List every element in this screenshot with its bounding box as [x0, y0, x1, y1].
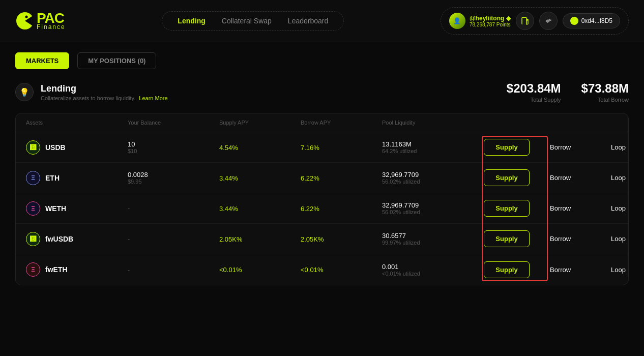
total-supply-label: Total Supply — [507, 97, 561, 103]
nav-collateral-swap[interactable]: Collateral Swap — [222, 17, 272, 25]
liquidity-weth: 32,969.7709 56.02% utilized — [382, 201, 484, 215]
supply-button-weth[interactable]: Supply — [484, 200, 530, 217]
supply-action-fwusdb: Supply — [484, 230, 545, 247]
loop-button-fweth[interactable]: Loop — [606, 262, 629, 278]
asset-cell-fwusdb: 🅱 fwUSDB — [26, 232, 128, 246]
loop-button-weth[interactable]: Loop — [606, 200, 629, 216]
borrow-apy-usdb: 7.16% — [301, 143, 382, 152]
wallet-button[interactable]: 0xd4...f8D5 — [563, 13, 620, 28]
loop-action-fweth: Loop — [606, 262, 629, 278]
loop-button-fwusdb[interactable]: Loop — [606, 231, 629, 247]
asset-cell-eth: Ξ ETH — [26, 171, 128, 185]
tab-positions[interactable]: MY POSITIONS (0) — [77, 52, 156, 69]
usdb-icon: 🅱 — [26, 140, 40, 155]
supply-button-fwusdb[interactable]: Supply — [484, 230, 530, 247]
lending-icon: 💡 — [15, 83, 34, 101]
avatar: 👤 — [449, 13, 465, 29]
borrow-action-usdb: Borrow — [545, 139, 606, 155]
weth-icon: Ξ — [26, 201, 40, 216]
asset-cell-usdb: 🅱 USDB — [26, 140, 128, 155]
nav: Lending Collateral Swap Leaderboard — [162, 11, 344, 31]
borrow-action-fweth: Borrow — [545, 262, 606, 278]
total-borrow-value: $73.88M — [581, 81, 629, 96]
eth-icon: Ξ — [26, 171, 40, 185]
col-supply-apy: Supply APY — [219, 120, 301, 126]
loop-action-usdb: Loop — [606, 139, 629, 155]
main-content: MARKETS MY POSITIONS (0) 💡 Lending Colla… — [0, 42, 644, 295]
liquidity-eth: 32,969.7709 56.02% utilized — [382, 171, 484, 185]
loop-button-eth[interactable]: Loop — [606, 170, 629, 186]
total-supply-value: $203.84M — [507, 81, 561, 96]
user-name: @heyliitong ◆ — [470, 15, 511, 22]
balance-dash: - — [128, 266, 219, 274]
asset-name-fweth: fwETH — [45, 265, 68, 274]
tab-markets[interactable]: MARKETS — [15, 52, 69, 69]
loop-button-usdb[interactable]: Loop — [606, 139, 629, 155]
logo-icon — [15, 11, 35, 31]
total-borrow-label: Total Borrow — [581, 97, 629, 103]
borrow-button-usdb[interactable]: Borrow — [545, 139, 576, 155]
header-right: 👤 @heyliitong ◆ 78,268,787 Points 0xd4..… — [441, 7, 629, 35]
balance-cell-fweth: - — [128, 266, 219, 274]
svg-point-2 — [25, 16, 28, 18]
settings-icon-btn[interactable] — [539, 12, 558, 30]
supply-action-weth: Supply — [484, 200, 545, 217]
supply-button-fweth[interactable]: Supply — [484, 261, 530, 278]
balance-cell-usdb: 10 $10 — [128, 140, 219, 154]
borrow-action-eth: Borrow — [545, 170, 606, 186]
table-body: 🅱 USDB 10 $10 4.54% 7.16% 13.1163M 64.2%… — [16, 132, 628, 285]
table-row: Ξ fwETH - <0.01% <0.01% 0.001 <0.01% uti… — [16, 254, 628, 285]
borrow-button-fweth[interactable]: Borrow — [545, 262, 576, 278]
loop-action-weth: Loop — [606, 200, 629, 216]
fuel-icon — [520, 16, 530, 25]
nav-leaderboard[interactable]: Leaderboard — [288, 17, 328, 25]
asset-name-usdb: USDB — [45, 143, 66, 152]
tabs: MARKETS MY POSITIONS (0) — [15, 52, 629, 69]
user-info: 👤 @heyliitong ◆ 78,268,787 Points — [449, 13, 511, 29]
borrow-button-weth[interactable]: Borrow — [545, 200, 576, 216]
balance-usd: $10 — [128, 148, 219, 154]
borrow-action-weth: Borrow — [545, 200, 606, 216]
col-supply-action — [484, 120, 545, 126]
fweth-icon: Ξ — [26, 262, 40, 277]
asset-cell-weth: Ξ WETH — [26, 201, 128, 216]
logo-sub: Finance — [37, 23, 66, 31]
balance-cell-eth: 0.0028 $9.95 — [128, 171, 219, 185]
supply-button-eth[interactable]: Supply — [484, 169, 530, 186]
fuel-icon-btn[interactable] — [516, 12, 534, 30]
settings-icon — [544, 16, 553, 25]
balance-cell-fwusdb: - — [128, 235, 219, 243]
header: PAC Finance Lending Collateral Swap Lead… — [0, 0, 644, 42]
borrow-button-eth[interactable]: Borrow — [545, 170, 576, 186]
liquidity-fweth: 0.001 <0.01% utilized — [382, 263, 484, 277]
asset-name-weth: WETH — [45, 204, 66, 213]
balance-usd: $9.95 — [128, 179, 219, 185]
col-borrow-apy: Borrow APY — [301, 120, 382, 126]
borrow-button-fwusdb[interactable]: Borrow — [545, 231, 576, 247]
total-borrow-stat: $73.88M Total Borrow — [581, 81, 629, 103]
lending-left: 💡 Lending Collateralize assets to borrow… — [15, 83, 168, 101]
col-assets: Assets — [26, 120, 128, 126]
assets-table: Assets Your Balance Supply APY Borrow AP… — [15, 113, 629, 285]
asset-name-eth: ETH — [45, 174, 60, 182]
borrow-apy-weth: 6.22% — [301, 204, 382, 213]
loop-action-eth: Loop — [606, 170, 629, 186]
balance-dash: - — [128, 235, 219, 243]
borrow-apy-eth: 6.22% — [301, 173, 382, 183]
borrow-apy-fwusdb: 2.05K% — [301, 234, 382, 244]
lending-subtitle: Collateralize assets to borrow liquidity… — [41, 95, 168, 101]
supply-button-usdb[interactable]: Supply — [484, 139, 530, 156]
asset-cell-fweth: Ξ fwETH — [26, 262, 128, 277]
balance-main: 0.0028 — [128, 171, 219, 179]
lending-title: Lending — [41, 83, 168, 94]
balance-main: 10 — [128, 140, 219, 148]
wallet-dot — [570, 17, 578, 25]
stats: $203.84M Total Supply $73.88M Total Borr… — [507, 81, 629, 103]
table-row: Ξ WETH - 3.44% 6.22% 32,969.7709 56.02% … — [16, 193, 628, 224]
borrow-action-fwusdb: Borrow — [545, 231, 606, 247]
balance-dash: - — [128, 204, 219, 212]
learn-more-link[interactable]: Learn More — [139, 95, 167, 101]
supply-action-fweth: Supply — [484, 261, 545, 278]
nav-lending[interactable]: Lending — [178, 17, 205, 25]
col-loop-action — [606, 120, 629, 126]
